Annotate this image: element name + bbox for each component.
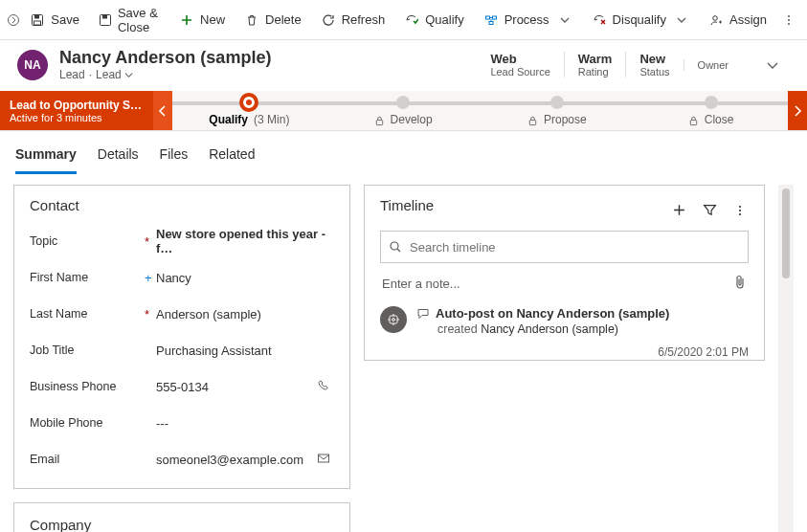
timeline-filter-button[interactable] <box>701 202 718 219</box>
back-icon[interactable] <box>6 13 20 27</box>
chevron-down-icon <box>674 12 689 28</box>
svg-point-18 <box>739 209 741 211</box>
refresh-button[interactable]: Refresh <box>311 7 395 33</box>
field-job-title[interactable]: Job Title Purchasing Assistant <box>30 332 334 368</box>
svg-point-22 <box>392 319 395 321</box>
mail-icon[interactable] <box>317 452 334 468</box>
svg-point-0 <box>8 14 18 25</box>
field-business-phone[interactable]: Business Phone 555-0134 <box>30 368 334 405</box>
attachment-icon[interactable] <box>733 275 747 293</box>
contact-heading: Contact <box>30 197 334 213</box>
save-close-button[interactable]: Save & Close <box>89 0 169 40</box>
process-button[interactable]: Process <box>474 7 582 33</box>
contact-section: Contact Topic * New store opened this ye… <box>13 185 350 489</box>
save-button[interactable]: Save <box>20 7 89 33</box>
timeline-search-input[interactable] <box>410 240 740 255</box>
scrollbar[interactable] <box>778 185 794 532</box>
svg-rect-5 <box>102 14 107 18</box>
field-email[interactable]: Email someonel3@example.com <box>30 441 334 477</box>
record-title: Nancy Anderson (sample) <box>59 48 271 68</box>
disqualify-label: Disqualify <box>613 12 666 27</box>
timeline-item-time: 6/5/2020 2:01 PM <box>416 345 749 359</box>
stat-owner: Owner <box>684 59 742 71</box>
svg-rect-2 <box>34 14 39 18</box>
tab-related[interactable]: Related <box>209 141 255 174</box>
record-header: NA Nancy Anderson (sample) Lead · Lead W… <box>0 40 807 91</box>
svg-point-20 <box>391 242 398 250</box>
assign-label: Assign <box>729 12 767 27</box>
svg-rect-21 <box>390 316 397 323</box>
bpf-stage-close[interactable]: Close <box>634 91 788 130</box>
svg-point-17 <box>739 205 741 207</box>
autopost-icon <box>380 306 407 333</box>
stat-lead-source: WebLead Source <box>477 52 563 78</box>
bpf-prev-button[interactable] <box>153 91 172 130</box>
assign-button[interactable]: Assign <box>699 7 776 33</box>
scrollbar-thumb[interactable] <box>782 188 790 278</box>
svg-point-12 <box>788 22 790 24</box>
comment-icon <box>416 307 430 321</box>
qualify-label: Qualify <box>425 12 463 27</box>
disqualify-button[interactable]: Disqualify <box>582 7 699 33</box>
bpf-stage-develop[interactable]: Develop <box>326 91 481 130</box>
svg-point-10 <box>788 14 790 16</box>
timeline-add-button[interactable] <box>670 202 687 219</box>
phone-icon[interactable] <box>317 379 334 395</box>
save-close-label: Save & Close <box>118 6 160 34</box>
bpf-stage-qualify[interactable]: Qualify (3 Min) <box>172 91 326 130</box>
overflow-button[interactable] <box>776 8 801 33</box>
timeline-heading: Timeline <box>380 197 670 213</box>
assign-icon <box>708 12 724 28</box>
qualify-button[interactable]: Qualify <box>394 7 473 33</box>
field-first-name[interactable]: First Name + Nancy <box>30 259 334 296</box>
timeline-item-title: Auto-post on Nancy Anderson (sample) <box>436 306 669 321</box>
tab-summary[interactable]: Summary <box>15 141 77 174</box>
bpf-stage-propose[interactable]: Propose <box>481 91 635 130</box>
business-process-flow: Lead to Opportunity Sale… Active for 3 m… <box>0 91 807 131</box>
new-button[interactable]: New <box>169 7 235 33</box>
form-body: Contact Topic * New store opened this ye… <box>0 175 807 532</box>
stat-status: NewStatus <box>625 52 683 78</box>
svg-rect-13 <box>376 121 382 125</box>
save-label: Save <box>51 12 79 27</box>
process-icon <box>483 12 499 28</box>
bpf-info[interactable]: Lead to Opportunity Sale… Active for 3 m… <box>0 91 153 130</box>
header-stats: WebLead Source WarmRating NewStatus Owne… <box>477 52 742 78</box>
header-expand-button[interactable] <box>753 58 792 72</box>
svg-point-11 <box>788 18 790 20</box>
svg-rect-16 <box>319 454 329 462</box>
svg-point-19 <box>739 212 741 214</box>
tab-files[interactable]: Files <box>160 141 189 174</box>
timeline-section: Timeline Enter a note... Auto-post on Na… <box>364 185 765 361</box>
form-selector[interactable]: Lead <box>96 68 133 81</box>
trash-icon <box>244 12 259 28</box>
lock-icon <box>527 116 538 126</box>
stat-rating: WarmRating <box>564 52 626 78</box>
field-mobile-phone[interactable]: Mobile Phone --- <box>30 405 334 441</box>
tab-details[interactable]: Details <box>98 141 139 174</box>
svg-point-9 <box>713 15 718 20</box>
svg-rect-6 <box>485 16 489 19</box>
lock-icon <box>374 116 385 126</box>
form-tabs: Summary Details Files Related <box>0 131 807 175</box>
company-section: Company <box>13 502 350 532</box>
company-heading: Company <box>30 517 334 532</box>
bpf-duration: Active for 3 minutes <box>10 112 144 123</box>
entity-label: Lead <box>59 68 85 81</box>
chevron-down-icon <box>557 12 572 28</box>
bpf-next-button[interactable] <box>788 91 807 130</box>
record-subtitle: Lead · Lead <box>59 68 271 81</box>
timeline-more-button[interactable] <box>731 202 749 219</box>
timeline-note-input[interactable]: Enter a note... <box>380 269 749 306</box>
field-last-name[interactable]: Last Name * Anderson (sample) <box>30 296 334 332</box>
refresh-label: Refresh <box>342 12 386 27</box>
delete-button[interactable]: Delete <box>235 7 311 33</box>
plus-icon <box>179 12 194 28</box>
timeline-search[interactable] <box>380 231 749 263</box>
timeline-item[interactable]: Auto-post on Nancy Anderson (sample) cre… <box>380 306 749 359</box>
save-close-icon <box>99 12 112 28</box>
disqualify-icon <box>592 12 607 28</box>
field-topic[interactable]: Topic * New store opened this year - f… <box>30 223 334 259</box>
avatar: NA <box>17 50 48 80</box>
bpf-name: Lead to Opportunity Sale… <box>10 99 144 112</box>
